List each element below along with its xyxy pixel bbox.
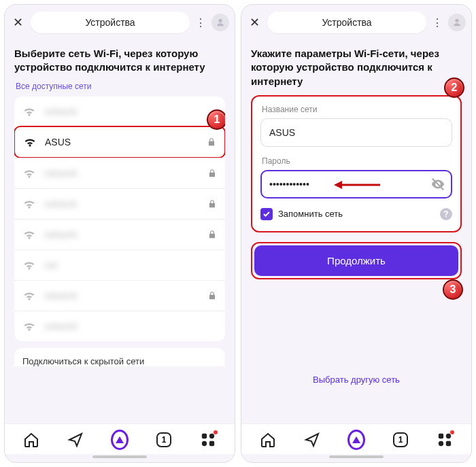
network-row[interactable]: network [14, 97, 225, 126]
continue-button[interactable]: Продолжить [254, 245, 458, 276]
lock-icon [207, 199, 217, 209]
annotation-badge-1: 1 [207, 109, 225, 130]
screen-right: ✕ Устройства ⋮ Укажите параметры Wi-Fi-с… [241, 4, 472, 463]
annotation-badge-2: 2 [444, 77, 464, 98]
all-networks-link[interactable]: Все доступные сети [16, 82, 225, 91]
home-icon[interactable] [259, 431, 277, 449]
network-row[interactable]: network [14, 280, 225, 311]
close-icon[interactable]: ✕ [247, 15, 262, 30]
choose-other-network-link[interactable]: Выбрать другую сеть [251, 375, 462, 385]
wifi-icon [22, 105, 36, 118]
svg-rect-2 [202, 441, 207, 446]
alice-icon[interactable] [347, 431, 365, 449]
network-name: network [44, 290, 207, 301]
annotation-badge-3: 3 [443, 279, 463, 300]
wifi-icon [22, 319, 36, 333]
network-row[interactable]: net [14, 249, 225, 280]
page-title[interactable]: Устройства [31, 12, 190, 33]
network-name: network [44, 321, 217, 332]
network-name-label: Название сети [262, 105, 452, 114]
lock-icon [207, 137, 216, 147]
cta-highlight: Продолжить 3 [251, 242, 462, 279]
wifi-form: 2 Название сети Пароль Запомнить сеть ? [251, 95, 462, 232]
nav-handle [92, 455, 147, 458]
network-name: net [44, 260, 217, 271]
avatar[interactable] [211, 14, 229, 31]
kebab-icon[interactable]: ⋮ [432, 16, 443, 29]
hidden-network-link[interactable]: Подключиться к скрытой сети [14, 348, 225, 366]
content: Укажите параметры Wi-Fi-сети, через кото… [241, 39, 471, 423]
screen-left: ✕ Устройства ⋮ Выберите сеть Wi-Fi, чере… [4, 4, 235, 463]
lock-icon [207, 230, 217, 239]
network-row[interactable]: network [14, 311, 225, 341]
wifi-icon [23, 135, 37, 149]
wifi-icon [22, 289, 36, 302]
kebab-icon[interactable]: ⋮ [195, 16, 206, 29]
topbar: ✕ Устройства ⋮ [5, 5, 235, 39]
network-name: network [44, 168, 207, 179]
help-icon[interactable]: ? [440, 208, 452, 220]
heading: Выберите сеть Wi-Fi, через которую устро… [14, 47, 225, 75]
network-name: ASUS [45, 137, 207, 148]
network-name: network [44, 229, 207, 240]
network-list: network ASUS 1 network network network n… [14, 97, 225, 341]
network-row[interactable]: network [14, 158, 225, 188]
send-icon[interactable] [67, 431, 84, 449]
svg-rect-1 [209, 434, 214, 438]
password-label: Пароль [262, 156, 452, 166]
close-icon[interactable]: ✕ [10, 15, 25, 30]
home-icon[interactable] [22, 431, 40, 449]
wifi-icon [22, 167, 36, 180]
wifi-icon [22, 228, 36, 241]
tabs-icon[interactable]: 1 [392, 431, 409, 449]
remember-checkbox[interactable] [260, 208, 273, 220]
avatar[interactable] [448, 14, 466, 31]
svg-rect-0 [202, 434, 207, 438]
page-title[interactable]: Устройства [267, 12, 426, 33]
nav-handle [329, 455, 384, 458]
bottom-nav: 1 [5, 423, 235, 454]
lock-icon [207, 169, 217, 178]
topbar: ✕ Устройства ⋮ [241, 5, 471, 39]
arrow-annotation [334, 178, 381, 192]
services-icon[interactable] [199, 431, 217, 449]
network-row[interactable]: ASUS 1 [14, 126, 225, 158]
svg-rect-8 [446, 434, 451, 438]
network-name-input[interactable] [260, 118, 452, 147]
alice-icon[interactable] [111, 431, 129, 449]
svg-rect-7 [439, 434, 443, 438]
content: Выберите сеть Wi-Fi, через которую устро… [5, 39, 235, 423]
network-row[interactable]: network [14, 188, 225, 219]
svg-marker-6 [334, 181, 342, 189]
wifi-icon [22, 258, 36, 272]
remember-row: Запомнить сеть ? [260, 208, 452, 220]
bottom-nav: 1 [241, 423, 471, 454]
heading: Укажите параметры Wi-Fi-сети, через кото… [251, 47, 462, 88]
remember-label: Запомнить сеть [278, 209, 343, 219]
network-name: network [44, 198, 207, 209]
wifi-icon [22, 197, 36, 211]
network-name: network [44, 106, 217, 117]
svg-rect-10 [446, 441, 451, 446]
network-row[interactable]: network [14, 219, 225, 249]
lock-icon [207, 291, 217, 300]
send-icon[interactable] [303, 431, 321, 449]
svg-rect-9 [439, 441, 443, 446]
svg-rect-3 [209, 441, 214, 446]
services-icon[interactable] [436, 431, 454, 449]
eye-off-icon[interactable] [430, 177, 445, 194]
tabs-icon[interactable]: 1 [155, 431, 173, 449]
